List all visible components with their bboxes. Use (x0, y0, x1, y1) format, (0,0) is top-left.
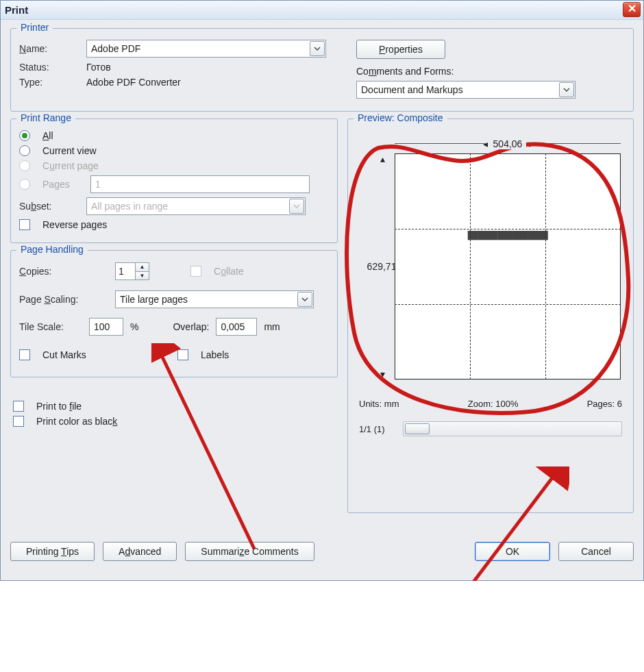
preview-width-dim: ◂ 504,06 ▸ (395, 138, 621, 149)
status-value: Готов (86, 62, 111, 73)
radio-icon (19, 145, 30, 156)
radio-icon (19, 179, 30, 190)
overlap-label: Overlap: (173, 321, 209, 332)
ok-button[interactable]: OK (475, 542, 550, 561)
tile-line-h (395, 304, 621, 305)
copies-spinner[interactable]: 1 ▲ ▼ (115, 262, 149, 280)
chevron-down-icon (310, 41, 325, 56)
status-label: Status: (19, 62, 79, 73)
preview-pages: Pages: 6 (587, 399, 622, 409)
printer-name-value: Adobe PDF (91, 43, 140, 54)
preview-content-text: ████████████████ (468, 231, 548, 239)
tile-line-v (545, 153, 546, 379)
comments-forms-value: Document and Markups (361, 84, 463, 95)
close-icon: ✕ (628, 3, 636, 14)
preview-slider[interactable] (403, 421, 622, 436)
properties-button[interactable]: Properties (356, 40, 445, 59)
preview-canvas: ◂ 504,06 ▸ ▴ 629,71 ▾ (360, 126, 621, 386)
spin-down-icon[interactable]: ▼ (136, 272, 149, 280)
collate-check: Collate (190, 266, 244, 277)
print-color-black-check[interactable]: Print color as black (13, 416, 335, 427)
preview-nav: 1/1 (1) (359, 424, 385, 434)
checkbox-icon (190, 266, 201, 277)
type-value: Adobe PDF Converter (86, 77, 181, 88)
tile-line-v (470, 153, 471, 379)
checkbox-icon (177, 349, 188, 360)
summarize-comments-button[interactable]: Summarize Comments (185, 542, 314, 561)
close-button[interactable]: ✕ (623, 2, 641, 17)
printing-tips-button[interactable]: Printing Tips (10, 542, 95, 561)
page-scaling-combo[interactable]: Tile large pages (115, 290, 314, 308)
printer-legend: Printer (16, 22, 53, 33)
chevron-down-icon (559, 82, 574, 97)
overlap-unit: mm (264, 321, 280, 332)
preview-group: Preview: Composite ◂ 504,06 ▸ ▴ 62 (347, 119, 634, 513)
comments-forms-label: Comments and Forms: (356, 66, 454, 77)
preview-legend: Preview: Composite (354, 112, 447, 123)
page-scaling-label: Page Scaling: (19, 294, 108, 305)
radio-icon (19, 130, 30, 141)
radio-all[interactable]: All (19, 130, 329, 141)
page-handling-group: Page Handling Copies: 1 ▲ ▼ (10, 250, 338, 377)
radio-current-view[interactable]: Current view (19, 145, 329, 156)
overlap-input[interactable]: 0,005 (216, 318, 257, 336)
pages-input: 1 (90, 175, 310, 193)
print-range-group: Print Range All Current view Current pag… (10, 119, 338, 243)
checkbox-icon (19, 349, 30, 360)
window-title: Print (5, 4, 28, 16)
cancel-button[interactable]: Cancel (558, 542, 634, 561)
titlebar: Print ✕ (1, 1, 643, 20)
subset-combo: All pages in range (86, 197, 306, 215)
spin-up-icon[interactable]: ▲ (136, 263, 149, 272)
name-label: Name: (19, 43, 79, 54)
tile-scale-input[interactable]: 100 (89, 318, 123, 336)
cutmarks-check[interactable]: Cut Marks (19, 349, 171, 360)
comments-forms-combo[interactable]: Document and Markups (356, 81, 575, 99)
copies-label: Copies: (19, 266, 108, 277)
chevron-down-icon (289, 199, 304, 214)
radio-icon (19, 160, 30, 171)
checkbox-icon (19, 219, 30, 230)
preview-zoom: Zoom: 100% (468, 399, 519, 409)
advanced-button[interactable]: Advanced (103, 542, 177, 561)
page-handling-legend: Page Handling (16, 244, 88, 255)
print-range-legend: Print Range (16, 112, 75, 123)
chevron-down-icon (297, 292, 312, 307)
preview-height-dim: ▴ 629,71 ▾ (369, 153, 395, 379)
tile-scale-unit: % (130, 321, 138, 332)
checkbox-icon (13, 416, 24, 427)
labels-check[interactable]: Labels (177, 349, 329, 360)
radio-pages: Pages 1 (19, 175, 329, 193)
printer-group: Printer Name: Adobe PDF Status: (10, 28, 634, 112)
checkbox-icon (13, 401, 24, 412)
tile-scale-label: Tile Scale: (19, 321, 82, 332)
tile-line-h (395, 229, 621, 229)
printer-name-combo[interactable]: Adobe PDF (86, 40, 326, 58)
print-to-file-check[interactable]: Print to file (13, 401, 335, 412)
radio-current-page: Current page (19, 160, 329, 171)
preview-units: Units: mm (359, 399, 399, 409)
dialog-body: Printer Name: Adobe PDF Status: (1, 20, 643, 580)
reverse-pages-check[interactable]: Reverse pages (19, 219, 329, 230)
subset-label: Subset: (19, 201, 79, 212)
slider-thumb[interactable] (405, 423, 430, 434)
type-label: Type: (19, 77, 79, 88)
preview-page: ████████████████ (395, 153, 621, 379)
print-dialog: Print ✕ Printer Name: Adobe PDF (0, 0, 644, 581)
